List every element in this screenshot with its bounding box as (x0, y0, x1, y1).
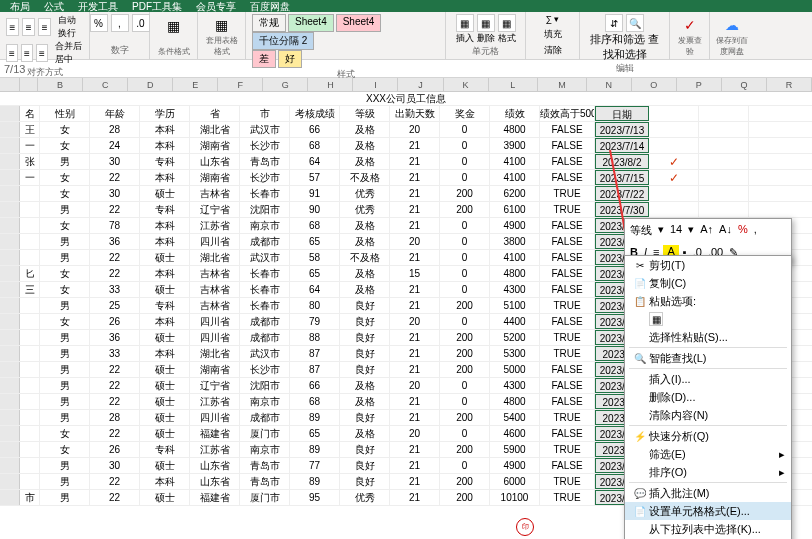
align-right-icon[interactable]: ≡ (38, 18, 51, 36)
baidu-icon[interactable]: ☁ (720, 14, 744, 35)
ribbon: ≡ ≡ ≡ 自动换行 ≡ ≡ ≡ 合并后居中 对齐方式 %,.0 数字 ▦ 条件… (0, 12, 812, 60)
align-left-icon[interactable]: ≡ (6, 18, 19, 36)
ctx-paste-special[interactable]: 选择性粘贴(S)... (625, 328, 791, 346)
sort-icon[interactable]: ⇵ (605, 14, 623, 32)
ctx-dropdown[interactable]: 从下拉列表中选择(K)... (625, 520, 791, 538)
find-icon[interactable]: 🔍 (626, 14, 644, 32)
ctx-filter[interactable]: 筛选(E)▸ (625, 445, 791, 463)
align-center-icon[interactable]: ≡ (22, 18, 35, 36)
ctx-smart-lookup[interactable]: 🔍智能查找(L) (625, 349, 791, 367)
formula-bar[interactable]: 7/13 (0, 60, 812, 78)
table-format-icon[interactable]: ▦ (210, 14, 234, 35)
invoice-icon[interactable]: ✓ (678, 14, 702, 35)
stamp-icon: 印 (516, 518, 534, 536)
sheet-title: XXX公司员工信息 (0, 92, 812, 106)
indent-inc-icon[interactable]: ≡ (21, 44, 33, 62)
delete-icon[interactable]: ▦ (477, 14, 495, 32)
ctx-paste-options[interactable]: 📋粘贴选项: (625, 292, 791, 310)
column-headers: B C D E F G H I J K L M N O P Q R (0, 78, 812, 92)
ctx-cut[interactable]: ✂剪切(T) (625, 256, 791, 274)
table-row[interactable]: 一女24本科湖南省长沙市68及格2103900FALSE2023/7/14 (0, 138, 812, 154)
ctx-format-cells[interactable]: 📄设置单元格格式(E)... (625, 502, 791, 520)
ctx-comment[interactable]: 💬插入批注(M) (625, 484, 791, 502)
table-row[interactable]: 女30硕士吉林省长春市91优秀212006200TRUE2023/7/22 (0, 186, 812, 202)
format-icon[interactable]: ▦ (498, 14, 516, 32)
insert-icon[interactable]: ▦ (456, 14, 474, 32)
ctx-copy[interactable]: 📄复制(C) (625, 274, 791, 292)
ctx-analyze[interactable]: ⚡快速分析(Q) (625, 427, 791, 445)
indent-dec-icon[interactable]: ≡ (6, 44, 18, 62)
table-row[interactable]: 王女28本科湖北省武汉市66及格2004800FALSE2023/7/13 (0, 122, 812, 138)
table-row[interactable]: 一女22本科湖南省长沙市57不及格2104100FALSE2023/7/15✓ (0, 170, 812, 186)
context-menu: ✂剪切(T) 📄复制(C) 📋粘贴选项: ▦ 选择性粘贴(S)... 🔍智能查找… (624, 255, 792, 539)
ctx-sort[interactable]: 排序(O)▸ (625, 463, 791, 481)
percent-icon[interactable]: % (90, 14, 108, 32)
ctx-delete[interactable]: 删除(D)... (625, 388, 791, 406)
ribbon-tabs: 布局 公式 开发工具 PDF工具集 会员专享 百度网盘 (0, 0, 812, 12)
table-row[interactable]: 男22专科辽宁省沈阳市90优秀212006100TRUE2023/7/30 (0, 202, 812, 218)
ctx-clear[interactable]: 清除内容(N) (625, 406, 791, 424)
cond-format-icon[interactable]: ▦ (162, 14, 186, 38)
table-row[interactable]: 张男30专科山东省青岛市64及格2104100FALSE2023/8/2✓ (0, 154, 812, 170)
ctx-insert[interactable]: 插入(I)... (625, 370, 791, 388)
